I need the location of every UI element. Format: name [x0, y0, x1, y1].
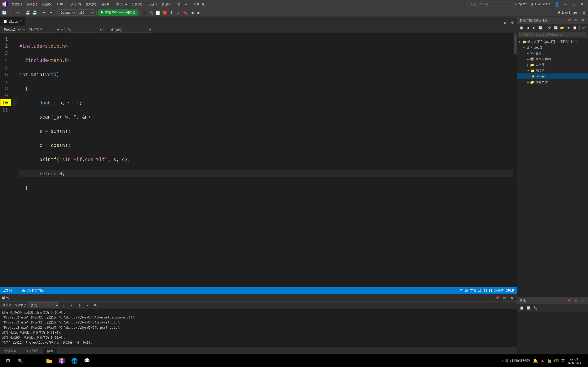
tree-source-files[interactable]: ▼ 📁 源文件 [517, 68, 588, 73]
se-float-btn[interactable]: ⧉ [573, 17, 579, 24]
prop-props-btn[interactable]: 🔧 [532, 305, 538, 311]
se-collapse-btn[interactable]: 📂 [559, 25, 565, 31]
undo-btn[interactable]: ↩ [8, 9, 14, 16]
output-word-wrap-btn[interactable]: ≡ [84, 302, 91, 309]
editor-scrollbar-thumb[interactable] [514, 33, 517, 54]
split-editor-btn[interactable]: ⧉ [502, 20, 508, 26]
config-dropdown[interactable]: Debug [58, 9, 76, 16]
no-issues-status[interactable]: ✓ 未找到相关问题 [17, 289, 45, 293]
bookmark-btn[interactable]: 🔖 [182, 9, 189, 16]
menu-view[interactable]: 视图(V) [40, 2, 54, 7]
global-search-input[interactable] [467, 2, 514, 7]
keyboard-icon[interactable]: ⌨ [554, 359, 559, 363]
se-properties-btn[interactable]: 📋 [572, 25, 578, 31]
prop-close-btn[interactable]: ✕ [580, 297, 586, 304]
menu-test[interactable]: 测试(S) [114, 2, 129, 7]
platform-dropdown[interactable]: x86 [76, 9, 95, 16]
menu-extensions[interactable]: 扩展(X) [160, 2, 175, 7]
solution-search-input[interactable] [519, 32, 586, 37]
save-btn[interactable]: 💾 [24, 9, 31, 16]
output-find-btn[interactable]: 🔍 [92, 302, 98, 309]
pause-btn[interactable]: ⏸ [141, 9, 148, 16]
prop-float-btn[interactable]: ⧉ [573, 297, 579, 304]
row-status[interactable]: 行: 10 [459, 289, 469, 293]
show-desktop-btn[interactable] [584, 355, 586, 366]
se-close-btn[interactable]: ✕ [580, 17, 586, 24]
lang-label[interactable]: 英 [561, 358, 565, 363]
output-float-btn[interactable]: ⧉ [501, 295, 508, 301]
menu-project[interactable]: 项目(P) [68, 2, 83, 7]
code-editor[interactable]: #include<stdio.h> #include<math.h> int m… [17, 35, 513, 287]
se-filter-btn[interactable]: ⚙ [547, 25, 552, 31]
se-code-btn[interactable]: </> [581, 25, 587, 31]
clock[interactable]: 22:39 2021/10/21 [567, 357, 581, 364]
tab-s2cpp[interactable]: 📄 s2.cpp ✕ [0, 17, 25, 26]
tree-s2cpp[interactable]: ⚡ s2.cpp [517, 73, 588, 79]
attach-btn[interactable]: 📎 [148, 9, 154, 16]
person-icon[interactable]: 👤 [553, 2, 561, 7]
tree-resources[interactable]: ▶ 📁 资源文件 [517, 79, 588, 85]
taskbar-edge[interactable]: 🌐 [69, 355, 80, 366]
se-refresh-btn[interactable]: 🔄 [553, 25, 559, 31]
new-project-btn[interactable]: 🔄 [1, 9, 7, 16]
taskbar-file-explorer[interactable] [43, 355, 55, 366]
se-home-btn[interactable]: 🏠 [518, 25, 524, 31]
se-back-btn[interactable]: ◀ [525, 25, 530, 31]
source-control-label[interactable]: ⬆ 添加到源代码管理 [502, 359, 530, 363]
menu-file[interactable]: 文件(F) [9, 2, 24, 7]
menu-analyze[interactable]: 分析(N) [129, 2, 144, 7]
live-share-button[interactable]: ⚡ Live Share [528, 2, 552, 7]
menu-edit[interactable]: 编辑(E) [24, 2, 39, 7]
output-source-select[interactable]: 调试 [28, 302, 59, 308]
se-preview-btn[interactable]: 👁 [566, 25, 571, 31]
nav-fwd-btn[interactable]: ▶ [196, 9, 202, 16]
minimize-button[interactable]: ─ [562, 2, 569, 7]
step-over-btn[interactable]: ⬇ [169, 9, 175, 16]
menu-build[interactable]: 生成(B) [84, 2, 98, 7]
se-pin-btn[interactable]: 📌 [566, 17, 572, 24]
tab-output[interactable]: 输出 [43, 348, 58, 354]
tree-external-deps[interactable]: ▶ 📦 外部依赖项 [517, 56, 588, 62]
close-button[interactable]: ✕ [579, 2, 586, 7]
line-ending-status[interactable]: CRLF [505, 289, 515, 293]
char-status[interactable]: 字节: 11 [469, 289, 483, 293]
run-button[interactable]: ▶ 本地 Windows 调试器 [98, 9, 138, 16]
output-content[interactable]: 线程 0x3e00 已退出，返回值为 0 (0x0)。 "Project2.ex… [0, 309, 517, 347]
taskbar-vs[interactable] [56, 355, 67, 366]
taskbar-icons-area[interactable]: 🔺 🔒 [540, 358, 552, 363]
taskbar-app5[interactable]: 💬 [81, 355, 93, 366]
tree-headers[interactable]: ▶ 📁 头文件 [517, 62, 588, 68]
output-down-btn[interactable]: ▼ [69, 302, 75, 309]
tab-status[interactable]: 制表符 [493, 289, 505, 293]
add-line-btn[interactable]: + [510, 26, 516, 33]
redo2-btn[interactable]: ↪ [48, 9, 54, 16]
menu-help[interactable]: 帮助(H) [191, 2, 206, 7]
output-close-btn[interactable]: ✕ [509, 295, 515, 301]
start-button[interactable]: ⊞ [2, 355, 14, 366]
tree-solution[interactable]: ▼ 📁 解决方案'Project2'(1 个项目/共 1 个) [517, 39, 588, 45]
menu-debug[interactable]: 调试(D) [99, 2, 114, 7]
perf-btn[interactable]: 📊 [155, 9, 161, 16]
tree-references[interactable]: ▶ 📎 引用 [517, 50, 588, 56]
prop-pin-btn[interactable]: 📌 [566, 297, 572, 304]
maximize-button[interactable]: □ [570, 2, 577, 7]
prop-cat-btn[interactable]: 📋 [518, 305, 525, 311]
tree-project2[interactable]: ▼ ⚙ Project2 [517, 45, 588, 50]
save-all-btn[interactable]: 💾 [31, 9, 38, 16]
output-up-btn[interactable]: ▲ [61, 302, 67, 309]
se-sync-btn[interactable]: 🔄 [537, 25, 543, 31]
tab-close-btn[interactable]: ✕ [19, 20, 22, 23]
function-detail-select[interactable]: main(void) [105, 27, 152, 33]
menu-tools[interactable]: 工具(T) [145, 2, 159, 7]
redo-btn[interactable]: ↪ [15, 9, 21, 16]
taskview-btn[interactable]: ⊡ [27, 355, 39, 366]
output-pin-btn[interactable]: 📌 [494, 295, 500, 301]
project-select[interactable]: Project2 [1, 27, 22, 33]
live-share-toolbar-btn[interactable]: ⚡ Live Share [555, 10, 579, 15]
se-fwd-btn[interactable]: ▶ [531, 25, 537, 31]
zoom-status[interactable]: 177 % [2, 289, 13, 292]
undo2-btn[interactable]: ↩ [41, 9, 47, 16]
nav-back-btn[interactable]: ◀ [189, 9, 195, 16]
tab-task-list[interactable]: 任务列表 [21, 348, 43, 354]
prop-alpha-btn[interactable]: 🔤 [525, 305, 532, 311]
